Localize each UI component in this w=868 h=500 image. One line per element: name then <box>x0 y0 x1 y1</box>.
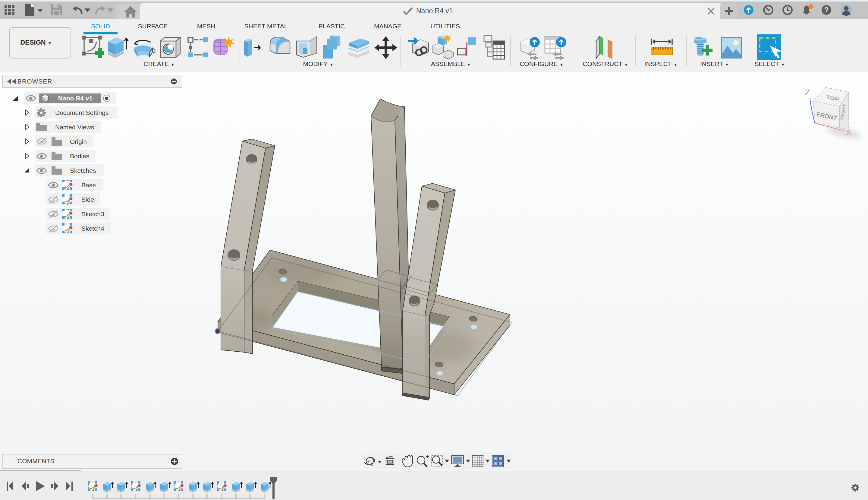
svg-text:Z: Z <box>805 88 810 97</box>
svg-text:X: X <box>846 128 851 137</box>
svg-text:?: ? <box>824 6 829 14</box>
